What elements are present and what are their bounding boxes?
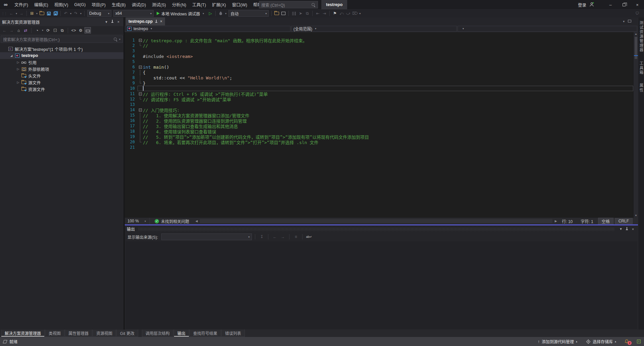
panel-tab-Git 更改[interactable]: Git 更改 <box>116 330 138 337</box>
code-line-2[interactable]: 2// <box>125 43 633 48</box>
fold-margin[interactable]: − <box>138 91 143 96</box>
navigate-back-dropdown[interactable]: ▾ <box>15 12 18 15</box>
expander-icon[interactable]: ▷ <box>15 81 21 84</box>
hot-reload-mode-combo[interactable]: 自动▾ <box>228 10 269 17</box>
indent-increase-icon[interactable]: ⇥ <box>321 10 328 17</box>
scroll-up-icon[interactable]: ▲ <box>634 32 638 36</box>
solution-explorer-header[interactable]: 解决方案资源管理器 ▾ × <box>0 17 123 26</box>
fold-margin[interactable]: − <box>138 107 143 113</box>
hot-reload-icon[interactable] <box>217 10 224 17</box>
navigate-back-icon[interactable]: ← <box>8 10 15 17</box>
code-line-5[interactable]: 5 <box>125 59 633 64</box>
se-forward-icon[interactable]: → <box>8 27 15 33</box>
code-line-7[interactable]: 7{ <box>125 70 633 75</box>
goto-message-icon[interactable]: ↧ <box>258 233 265 240</box>
code-line-3[interactable]: 3 <box>125 48 633 54</box>
auto-hide-tab-属性[interactable]: 属性 <box>639 81 644 94</box>
code-line-20[interactable]: 20// 6. 将来，若要再次打开此项目，请转到“文件”>“打开”>“项目”并选… <box>125 139 633 145</box>
window-position-icon[interactable]: ▾ <box>103 20 109 24</box>
hscroll-left-icon[interactable]: ◀ <box>194 219 199 223</box>
tree-item-解决方案"testrep[interactable]: ∞解决方案"testrepo"(1 个项目/共 1 个) <box>0 46 123 52</box>
code-line-6[interactable]: 6−int main() <box>125 64 633 70</box>
feedback-icon[interactable]: 🗩 <box>634 10 641 17</box>
undo-dropdown[interactable]: ▾ <box>69 12 72 15</box>
expander-icon[interactable]: ▷ <box>15 61 21 64</box>
undo-icon[interactable]: ↶ <box>62 10 69 17</box>
document-health-indicator[interactable]: ✓ 未找到相关问题 <box>150 218 194 224</box>
feedback-project-chip[interactable]: testrepo <box>321 0 347 9</box>
type-scope-combo[interactable]: (全局范围)▾ <box>291 26 457 32</box>
add-item-icon[interactable] <box>273 10 280 17</box>
tab-close-icon[interactable]: × <box>160 19 162 24</box>
refresh-icon[interactable]: ⟳ <box>45 27 51 33</box>
close-panel-icon[interactable]: × <box>115 20 121 24</box>
copy-paste-icon[interactable]: ⧉ <box>304 10 311 17</box>
output-header[interactable]: 输出 ▾ × <box>125 225 638 232</box>
project-scope-combo[interactable]: ✚ testrepo▾ <box>125 26 290 32</box>
minimize-button[interactable]: – <box>604 0 617 9</box>
sign-in-button[interactable]: 登录 <box>578 2 586 8</box>
new-project-dropdown[interactable]: ▾ <box>35 12 39 15</box>
auto-hide-tab-测试资源管理器[interactable]: 测试资源管理器 <box>639 19 644 55</box>
code-area[interactable]: 1−// testrepo.cpp : 此文件包含 "main" 函数。程序执行… <box>125 32 633 218</box>
redo-dropdown[interactable]: ▾ <box>79 12 83 15</box>
select-repository-button[interactable]: 选择存储库 ▴ <box>586 339 616 344</box>
quick-search-box[interactable]: 搜索 (Ctrl+Q) <box>259 1 318 8</box>
word-wrap-icon[interactable]: ab↵ <box>306 233 312 240</box>
start-without-debugging-icon[interactable]: ▷ <box>207 10 214 17</box>
panel-tab-资源视图[interactable]: 资源视图 <box>93 330 116 337</box>
code-line-12[interactable]: 12// 调试程序: F5 或调试 >“开始调试”菜单 <box>125 96 633 102</box>
pin-icon[interactable] <box>109 19 115 24</box>
notifications-bell-icon[interactable]: 2 <box>624 339 630 344</box>
panel-tab-属性管理器[interactable]: 属性管理器 <box>65 330 92 337</box>
expander-icon[interactable]: ▷ <box>15 67 21 71</box>
properties-icon[interactable]: ⚙ <box>77 27 84 33</box>
active-files-chevron-icon[interactable]: ▾ <box>623 20 625 23</box>
show-all-files-icon[interactable]: <> <box>70 27 77 33</box>
code-line-8[interactable]: 8 std::cout << "Hello World!\n"; <box>125 75 633 80</box>
fold-margin[interactable]: − <box>138 38 143 43</box>
previous-bookmark-icon[interactable]: ⤺ <box>338 10 345 17</box>
menu-测试[interactable]: 测试(S) <box>149 0 169 9</box>
output-content[interactable] <box>125 241 637 329</box>
document-tab-testrepo-cpp[interactable]: testrepo.cpp × <box>126 17 165 25</box>
code-metrics-icon[interactable] <box>290 10 297 17</box>
clear-bookmarks-icon[interactable]: ⌦ <box>352 10 358 17</box>
se-search-dropdown[interactable]: ▾ <box>119 38 120 41</box>
menu-扩展[interactable]: 扩展(X) <box>209 0 229 9</box>
previous-message-icon[interactable]: ← <box>271 233 278 240</box>
column-indicator[interactable]: 字符: 1 <box>577 218 596 224</box>
preview-window-icon[interactable] <box>280 10 287 17</box>
filter-dropdown[interactable]: ▾ <box>41 29 44 32</box>
preview-selected-items-icon[interactable] <box>85 27 91 33</box>
line-indicator[interactable]: 行: 10 <box>558 218 576 224</box>
collapse-all-icon[interactable]: − <box>52 27 58 33</box>
solution-configuration-combo[interactable]: Debug▾ <box>87 10 111 17</box>
zoom-combo[interactable]: 100 %▾ <box>125 218 150 224</box>
navigate-forward-icon[interactable]: → <box>18 10 25 17</box>
background-tasks-icon[interactable] <box>3 340 7 343</box>
se-back-icon[interactable]: ← <box>1 27 8 33</box>
new-project-icon[interactable]: ⊞ <box>29 10 35 17</box>
panel-tab-查找符号结果[interactable]: 查找符号结果 <box>190 330 221 337</box>
menu-视图[interactable]: 视图(V) <box>51 0 71 9</box>
member-combo[interactable]: ▾ <box>458 26 637 32</box>
tree-item-头文件[interactable]: 头文件 <box>0 72 123 79</box>
code-line-9[interactable]: 9} <box>125 80 633 86</box>
restore-button[interactable] <box>617 0 631 9</box>
expander-icon[interactable]: ◢ <box>9 54 14 57</box>
code-line-21[interactable]: 21 <box>125 145 633 150</box>
navigate-cursor-icon[interactable]: ➤ <box>297 10 304 17</box>
open-file-icon[interactable] <box>39 10 45 17</box>
code-editor[interactable]: 1−// testrepo.cpp : 此文件包含 "main" 函数。程序执行… <box>125 32 638 218</box>
solution-explorer-search[interactable]: 搜索解决方案资源管理器(Ctrl+;) ▾ <box>1 36 123 43</box>
home-icon[interactable]: ⌂ <box>15 27 22 33</box>
menu-窗口[interactable]: 窗口(W) <box>229 0 250 9</box>
clear-all-icon[interactable]: ≡ <box>292 233 299 240</box>
spaces-indicator[interactable]: 空格 <box>598 218 613 225</box>
bookmark-icon[interactable]: ⚑ <box>331 10 338 17</box>
add-to-source-control-button[interactable]: ↑ 添加到源代码管理 ▴ <box>538 339 577 344</box>
indent-decrease-icon[interactable]: ⇤ <box>314 10 321 17</box>
menu-分析[interactable]: 分析(N) <box>169 0 189 9</box>
tree-item-资源文件[interactable]: 资源文件 <box>0 86 123 92</box>
